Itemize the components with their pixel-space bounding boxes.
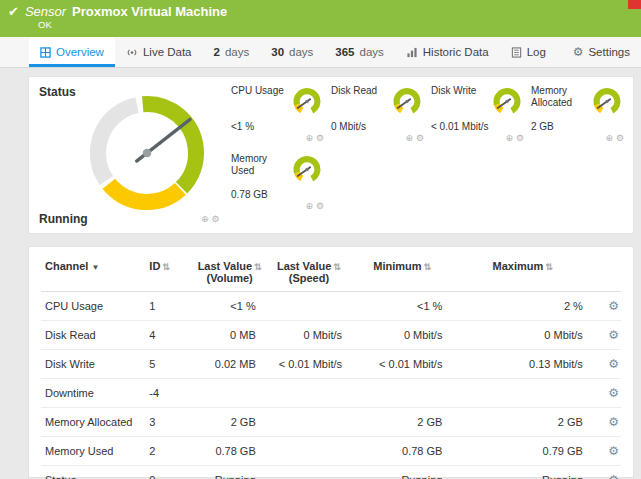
pin-icon[interactable]: ⊕ <box>405 133 416 143</box>
mini-gauge <box>289 85 325 118</box>
channel-name[interactable]: Downtime <box>41 379 145 408</box>
maximum-value: 0.79 GB <box>452 437 592 466</box>
gauge-actions[interactable]: ⊕⚙ <box>305 201 327 211</box>
table-header-row: Channel▼ ID⇅ Last Value⇅ (Volume) Last V… <box>41 251 621 292</box>
last-value-volume <box>194 379 266 408</box>
status-gauge-actions[interactable]: ⊕⚙ <box>201 214 223 224</box>
sort-icon: ⇅ <box>333 262 341 272</box>
gear-icon[interactable]: ⚙ <box>616 133 627 143</box>
mini-gauge-tile-disk-write[interactable]: Disk Write < 0.01 Mbit/s ⊕⚙ <box>431 85 531 147</box>
column-header-last-value-volume[interactable]: Last Value⇅ (Volume) <box>194 251 266 292</box>
pin-icon[interactable]: ⊕ <box>605 133 616 143</box>
panel-title: Status <box>39 85 76 99</box>
pin-icon[interactable]: ⊕ <box>305 201 316 211</box>
maximum-value: 0.13 Mbit/s <box>452 350 592 379</box>
last-value-volume: Running <box>194 466 266 479</box>
status-panel: Status Running ⊕⚙ CPU Usage <1 % ⊕⚙ <box>28 76 634 234</box>
channel-name[interactable]: Disk Read <box>41 321 145 350</box>
tab-bar: Overview Live Data 2 days 30 days 365 da… <box>0 37 641 68</box>
mini-gauge <box>489 85 525 118</box>
table-row: Disk Read 4 0 MB 0 Mbit/s 0 Mbit/s 0 Mbi… <box>41 321 621 350</box>
minimum-value: < 0.01 Mbit/s <box>352 350 452 379</box>
alert-indicator[interactable] <box>628 0 641 9</box>
table-row: CPU Usage 1 <1 % <1 % 2 % ⚙ <box>41 292 621 321</box>
channel-settings-icon[interactable]: ⚙ <box>608 386 619 400</box>
gear-icon[interactable]: ⚙ <box>212 214 223 224</box>
gear-icon[interactable]: ⚙ <box>416 133 427 143</box>
pin-icon[interactable]: ⊕ <box>201 214 212 224</box>
table-row: Status 0 Running Running Running ⚙ <box>41 466 621 479</box>
mini-gauge-tile-memory-allocated[interactable]: Memory Allocated 2 GB ⊕⚙ <box>531 85 631 147</box>
gauge-value: < 0.01 Mbit/s <box>431 121 489 132</box>
table-row: Downtime -4 ⚙ <box>41 379 621 408</box>
tab-label: 30 <box>271 46 284 58</box>
channel-id: 1 <box>145 292 193 321</box>
channel-id: 0 <box>145 466 193 479</box>
tab-30-days[interactable]: 30 days <box>260 37 324 67</box>
mini-gauge-tile-disk-read[interactable]: Disk Read 0 Mbit/s ⊕⚙ <box>331 85 431 147</box>
mini-gauge-tile-memory-used[interactable]: Memory Used 0.78 GB ⊕⚙ <box>231 153 331 215</box>
gear-icon[interactable]: ⚙ <box>316 133 327 143</box>
gauge-actions[interactable]: ⊕⚙ <box>505 133 527 143</box>
channel-settings-icon[interactable]: ⚙ <box>608 328 619 342</box>
status-gauge <box>81 87 213 219</box>
tab-365-days[interactable]: 365 days <box>324 37 394 67</box>
channel-settings-icon[interactable]: ⚙ <box>608 473 619 479</box>
table-row: Memory Allocated 3 2 GB 2 GB 2 GB ⚙ <box>41 408 621 437</box>
tab-historic-data[interactable]: Historic Data <box>395 37 500 67</box>
check-icon: ✔ <box>8 4 19 19</box>
channel-name[interactable]: Disk Write <box>41 350 145 379</box>
column-header-maximum[interactable]: Maximum⇅ <box>452 251 592 292</box>
channel-id: 4 <box>145 321 193 350</box>
channel-settings-icon[interactable]: ⚙ <box>608 299 619 313</box>
gauge-label: Disk Read <box>331 85 391 97</box>
gear-icon[interactable]: ⚙ <box>516 133 527 143</box>
maximum-value: 2 % <box>452 292 592 321</box>
gauge-value: 2 GB <box>531 121 554 132</box>
tab-2-days[interactable]: 2 days <box>203 37 261 67</box>
column-header-id[interactable]: ID⇅ <box>145 251 193 292</box>
minimum-value: 2 GB <box>352 408 452 437</box>
channel-name[interactable]: Status <box>41 466 145 479</box>
channel-name[interactable]: CPU Usage <box>41 292 145 321</box>
column-header-last-value-speed[interactable]: Last Value⇅ (Speed) <box>266 251 352 292</box>
table-row: Memory Used 2 0.78 GB 0.78 GB 0.79 GB ⚙ <box>41 437 621 466</box>
channel-settings-icon[interactable]: ⚙ <box>608 357 619 371</box>
column-header-minimum[interactable]: Minimum⇅ <box>352 251 452 292</box>
pin-icon[interactable]: ⊕ <box>305 133 316 143</box>
gauge-label: CPU Usage <box>231 85 291 97</box>
gauge-value: <1 % <box>231 121 254 132</box>
sort-icon: ⇅ <box>424 262 432 272</box>
column-header-channel[interactable]: Channel▼ <box>41 251 145 292</box>
mini-gauge-tile-cpu-usage[interactable]: CPU Usage <1 % ⊕⚙ <box>231 85 331 147</box>
tab-log[interactable]: Log <box>500 37 557 67</box>
channel-name[interactable]: Memory Used <box>41 437 145 466</box>
gear-icon[interactable]: ⚙ <box>316 201 327 211</box>
pin-icon[interactable]: ⊕ <box>505 133 516 143</box>
tab-label: 2 <box>214 46 220 58</box>
minimum-value: <1 % <box>352 292 452 321</box>
channels-table-panel: Channel▼ ID⇅ Last Value⇅ (Volume) Last V… <box>28 246 634 478</box>
gauge-actions[interactable]: ⊕⚙ <box>405 133 427 143</box>
gauge-actions[interactable]: ⊕⚙ <box>305 133 327 143</box>
tab-settings[interactable]: ⚙ Settings <box>562 37 641 67</box>
minimum-value: 0 Mbit/s <box>352 321 452 350</box>
live-data-icon <box>126 47 138 58</box>
log-icon <box>511 47 522 58</box>
channel-settings-icon[interactable]: ⚙ <box>608 415 619 429</box>
sort-icon: ⇅ <box>545 262 553 272</box>
status-value: Running <box>39 212 88 226</box>
minimum-value: 0.78 GB <box>352 437 452 466</box>
last-value-volume: 0.78 GB <box>194 437 266 466</box>
tab-live-data[interactable]: Live Data <box>115 37 203 67</box>
gauge-actions[interactable]: ⊕⚙ <box>605 133 627 143</box>
tab-overview[interactable]: Overview <box>29 37 115 67</box>
gauge-label: Disk Write <box>431 85 491 97</box>
last-value-speed: 0 Mbit/s <box>266 321 352 350</box>
gauge-label: Memory Used <box>231 153 291 177</box>
maximum-value: Running <box>452 466 592 479</box>
channel-settings-icon[interactable]: ⚙ <box>608 444 619 458</box>
channel-name[interactable]: Memory Allocated <box>41 408 145 437</box>
channel-filter-caret[interactable]: ▼ <box>91 263 99 272</box>
mini-gauge <box>589 85 625 118</box>
